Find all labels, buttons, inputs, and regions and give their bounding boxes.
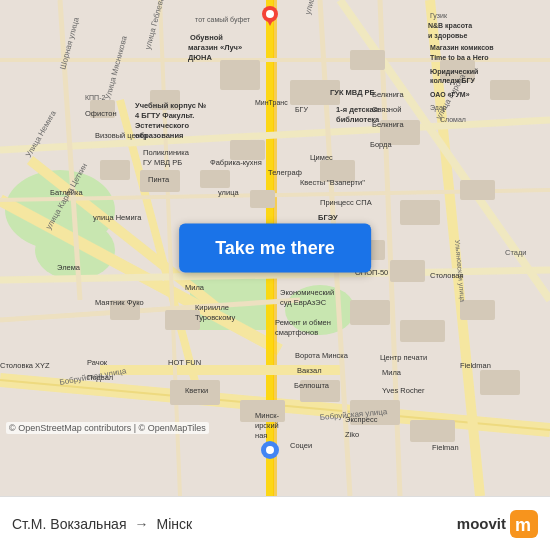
svg-text:N&B красота: N&B красота xyxy=(428,22,472,30)
svg-text:БГУ: БГУ xyxy=(295,106,308,113)
svg-text:HOT FUN: HOT FUN xyxy=(168,358,201,367)
svg-rect-33 xyxy=(400,200,440,225)
moovit-logo: moovit m xyxy=(457,510,538,538)
svg-text:Fielman: Fielman xyxy=(432,443,459,452)
app-container: Улица Немига Улица Мясникова улица Карла… xyxy=(0,0,550,550)
svg-text:Цимес: Цимес xyxy=(310,153,333,162)
svg-text:Борда: Борда xyxy=(370,140,392,149)
svg-text:ная: ная xyxy=(255,431,267,440)
svg-rect-35 xyxy=(100,160,130,180)
svg-text:улица Немига: улица Немига xyxy=(93,213,142,222)
svg-text:Принцесс СПА: Принцесс СПА xyxy=(320,198,372,207)
svg-rect-44 xyxy=(200,170,230,188)
svg-rect-31 xyxy=(490,80,530,100)
route-from-label: Ст.М. Вокзальная xyxy=(12,516,126,532)
route-to-label: Мінск xyxy=(156,516,192,532)
svg-text:Мила: Мила xyxy=(185,283,205,292)
svg-text:Офистон: Офистон xyxy=(85,109,117,118)
svg-text:ГУ МВД РБ: ГУ МВД РБ xyxy=(143,158,182,167)
svg-text:Стади: Стади xyxy=(505,248,527,257)
svg-rect-40 xyxy=(460,300,495,320)
svg-text:Пинта: Пинта xyxy=(148,175,170,184)
svg-text:Соцеи: Соцеи xyxy=(290,441,312,450)
svg-text:Эстетического: Эстетического xyxy=(135,121,189,130)
svg-text:Ворота Минска: Ворота Минска xyxy=(295,351,349,360)
svg-text:Кветки: Кветки xyxy=(185,386,208,395)
svg-text:Time to ba a Hero: Time to ba a Hero xyxy=(430,54,489,61)
svg-rect-24 xyxy=(220,60,260,90)
svg-text:Белпошта: Белпошта xyxy=(294,381,330,390)
svg-text:Обувной: Обувной xyxy=(190,33,223,42)
svg-text:Мила: Мила xyxy=(382,368,402,377)
svg-text:суд ЕврАзЭС: суд ЕврАзЭС xyxy=(280,298,327,307)
svg-rect-37 xyxy=(230,140,265,160)
svg-text:Белкнига: Белкнига xyxy=(372,90,404,99)
svg-text:Фабрика-кухня: Фабрика-кухня xyxy=(210,158,262,167)
svg-text:m: m xyxy=(515,515,531,535)
svg-text:МинТранс: МинТранс xyxy=(255,99,288,107)
svg-text:Юридический: Юридический xyxy=(430,68,478,76)
svg-text:магазин «Луч»: магазин «Луч» xyxy=(188,43,242,52)
svg-text:Ремонт и обмен: Ремонт и обмен xyxy=(275,318,331,327)
svg-text:Туровскому: Туровскому xyxy=(195,313,236,322)
svg-text:Эдар: Эдар xyxy=(430,104,447,112)
svg-text:Учебный корпус №: Учебный корпус № xyxy=(135,101,206,110)
svg-text:колледж БГУ: колледж БГУ xyxy=(430,77,476,85)
svg-text:Связной: Связной xyxy=(372,105,401,114)
bottom-bar: Ст.М. Вокзальная → Мінск moovit m xyxy=(0,496,550,550)
svg-text:Подвал: Подвал xyxy=(87,373,113,382)
svg-text:Сломал: Сломал xyxy=(440,116,466,123)
svg-text:Столовая: Столовая xyxy=(430,271,464,280)
svg-text:Столовка XYZ: Столовка XYZ xyxy=(0,361,50,370)
svg-text:смартфонов: смартфонов xyxy=(275,328,318,337)
svg-text:ОАО «ГУМ»: ОАО «ГУМ» xyxy=(430,91,470,98)
svg-text:и здоровье: и здоровье xyxy=(428,32,468,40)
svg-text:образования: образования xyxy=(135,131,183,140)
moovit-brand-name: moovit xyxy=(457,515,506,532)
svg-rect-34 xyxy=(460,180,495,200)
svg-text:Рачок: Рачок xyxy=(87,358,108,367)
svg-rect-48 xyxy=(390,260,425,282)
svg-point-142 xyxy=(266,446,274,454)
svg-rect-39 xyxy=(400,320,445,342)
svg-text:Fieldman: Fieldman xyxy=(460,361,491,370)
svg-text:Маятник Фуко: Маятник Фуко xyxy=(95,298,144,307)
svg-text:Поликлиника: Поликлиника xyxy=(143,148,190,157)
svg-text:БГЭУ: БГЭУ xyxy=(318,213,338,222)
svg-text:улица: улица xyxy=(218,188,239,197)
svg-text:Ziko: Ziko xyxy=(345,430,359,439)
svg-text:Батлейка: Батлейка xyxy=(50,188,83,197)
route-arrow-icon: → xyxy=(134,516,148,532)
svg-text:Центр печати: Центр печати xyxy=(380,353,427,362)
cta-button-container: Take me there xyxy=(179,224,371,273)
svg-rect-26 xyxy=(350,50,385,70)
svg-text:КПП-2: КПП-2 xyxy=(85,94,105,101)
svg-text:Экспресс: Экспресс xyxy=(345,415,378,424)
copyright-text: © OpenStreetMap contributors | © OpenMap… xyxy=(6,422,209,434)
svg-text:ДЮНА: ДЮНА xyxy=(188,53,212,62)
svg-text:Вакзал: Вакзал xyxy=(297,366,322,375)
svg-text:Гузик: Гузик xyxy=(430,12,448,20)
svg-rect-53 xyxy=(410,420,455,442)
take-me-there-button[interactable]: Take me there xyxy=(179,224,371,273)
svg-text:Кириилле: Кириилле xyxy=(195,303,229,312)
svg-text:Телеграф: Телеграф xyxy=(268,168,302,177)
svg-text:тот самый буфет: тот самый буфет xyxy=(195,16,251,24)
svg-rect-41 xyxy=(480,370,520,395)
svg-text:Элема: Элема xyxy=(57,263,81,272)
svg-text:ГУК МВД РБ: ГУК МВД РБ xyxy=(330,88,376,97)
svg-text:Квесты "Взаперти": Квесты "Взаперти" xyxy=(300,178,365,187)
map-container: Улица Немига Улица Мясникова улица Карла… xyxy=(0,0,550,496)
svg-text:Экономический: Экономический xyxy=(280,288,334,297)
svg-point-139 xyxy=(266,10,274,18)
svg-text:Белкнига: Белкнига xyxy=(372,120,404,129)
moovit-icon: m xyxy=(510,510,538,538)
svg-rect-45 xyxy=(250,190,275,208)
svg-text:ирский: ирский xyxy=(255,421,279,430)
svg-text:Yves Rocher: Yves Rocher xyxy=(382,386,425,395)
svg-text:Минск-: Минск- xyxy=(255,411,280,420)
svg-text:Магазин комиксов: Магазин комиксов xyxy=(430,44,494,51)
svg-rect-38 xyxy=(350,300,390,325)
svg-text:4 БГТУ Факульт.: 4 БГТУ Факульт. xyxy=(135,111,194,120)
